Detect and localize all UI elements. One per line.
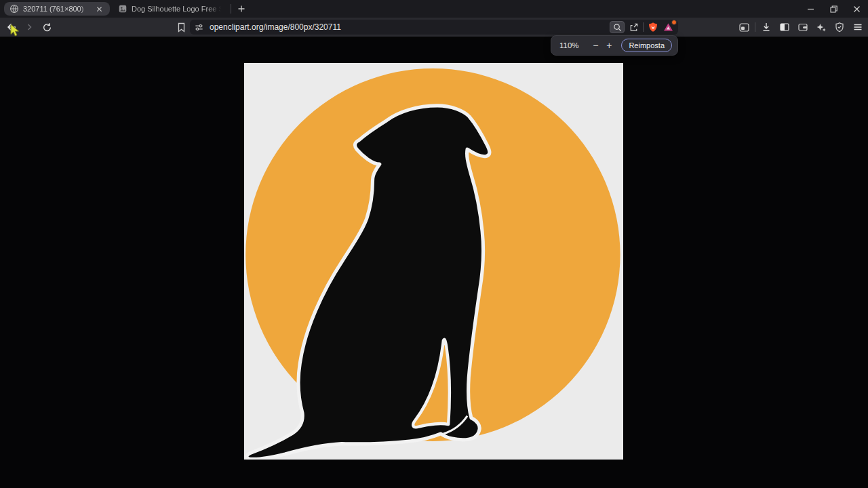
split-view-icon[interactable] bbox=[777, 20, 792, 35]
globe-icon bbox=[9, 4, 19, 14]
vpn-shield-icon[interactable] bbox=[832, 20, 847, 35]
zoom-reset-button[interactable]: Reimposta bbox=[621, 39, 672, 52]
new-tab-button[interactable] bbox=[234, 1, 249, 16]
bookmarks-button[interactable] bbox=[174, 20, 189, 35]
brave-shields-icon[interactable] bbox=[648, 22, 658, 33]
reload-button[interactable] bbox=[39, 20, 54, 35]
site-settings-icon[interactable] bbox=[194, 22, 204, 33]
zoom-out-button[interactable]: − bbox=[589, 39, 602, 52]
forward-button[interactable] bbox=[22, 20, 37, 35]
zoom-popup: 110% − + Reimposta bbox=[551, 35, 678, 56]
leo-ai-icon[interactable] bbox=[814, 20, 829, 35]
downloads-icon[interactable] bbox=[759, 20, 774, 35]
minimize-button[interactable] bbox=[799, 0, 822, 18]
brave-rewards-icon[interactable] bbox=[663, 22, 674, 33]
sidebar-toggle-icon[interactable] bbox=[736, 20, 751, 35]
navigation-bar: openclipart.org/image/800px/320711 bbox=[0, 18, 868, 37]
tab-stock-photo[interactable]: Dog Silhouette Logo Free Stock Phot bbox=[113, 2, 226, 16]
url-text[interactable]: openclipart.org/image/800px/320711 bbox=[210, 22, 610, 32]
urlbar-separator bbox=[643, 22, 644, 32]
tab-image-viewer[interactable]: 320711 (761×800) bbox=[4, 2, 110, 16]
cursor-pointer bbox=[9, 24, 21, 40]
browser-window: 320711 (761×800) Dog Silhouette Logo Fre… bbox=[0, 0, 868, 488]
tab-title: 320711 (761×800) bbox=[23, 5, 90, 13]
zoom-in-button[interactable]: + bbox=[602, 39, 616, 52]
zoom-level-label: 110% bbox=[559, 41, 579, 49]
menu-icon[interactable] bbox=[850, 20, 865, 35]
page-favicon bbox=[118, 4, 127, 14]
window-controls bbox=[799, 0, 868, 18]
close-window-button[interactable] bbox=[845, 0, 868, 18]
toolbar-right bbox=[736, 18, 865, 37]
tab-close-icon[interactable] bbox=[94, 3, 104, 14]
toolbar-separator bbox=[755, 22, 755, 32]
page-content bbox=[0, 37, 868, 488]
zoom-indicator-button[interactable] bbox=[610, 21, 625, 33]
tab-title: Dog Silhouette Logo Free Stock Phot bbox=[132, 5, 221, 13]
url-bar[interactable]: openclipart.org/image/800px/320711 bbox=[190, 20, 678, 35]
wallet-icon[interactable] bbox=[795, 20, 810, 35]
tab-strip: 320711 (761×800) Dog Silhouette Logo Fre… bbox=[0, 0, 868, 18]
share-icon[interactable] bbox=[629, 22, 639, 33]
dog-silhouette-image bbox=[244, 63, 623, 460]
notification-badge bbox=[671, 20, 677, 25]
restore-button[interactable] bbox=[822, 0, 845, 18]
tab-separator bbox=[231, 4, 231, 14]
